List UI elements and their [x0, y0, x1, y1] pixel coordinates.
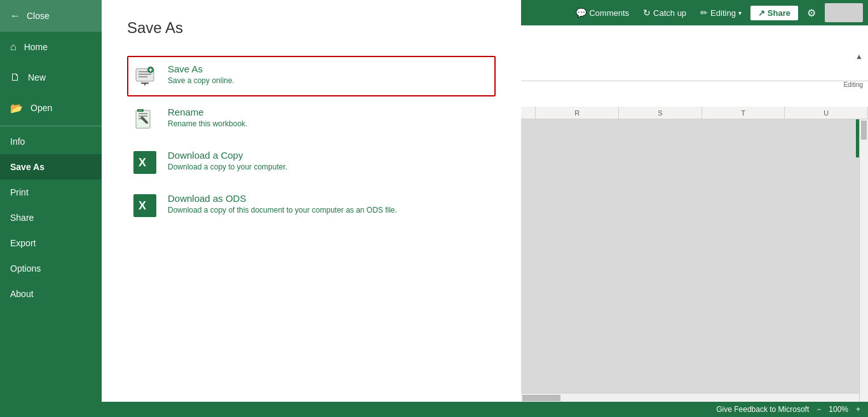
editing-button[interactable]: ✏ Editing ▾	[695, 5, 747, 20]
svg-rect-37	[139, 74, 151, 75]
svg-text:X: X	[139, 199, 146, 212]
download-copy-icon: X	[132, 150, 158, 175]
horizontal-scrollbar[interactable]	[521, 393, 859, 402]
sidebar-share-label: Share	[10, 213, 34, 223]
svg-text:X: X	[139, 156, 146, 169]
download-copy-name: Download a Copy	[168, 150, 491, 161]
download-copy-info: Download a Copy Download a copy to your …	[168, 150, 491, 171]
sidebar-options-label: Options	[10, 263, 41, 274]
download-ods-name: Download as ODS	[168, 193, 491, 204]
app-container: ← Close ⌂ Home 🗋 New 📂 Open Info Save As…	[0, 0, 868, 417]
sidebar-about-label: About	[10, 289, 34, 299]
sidebar-item-print[interactable]: Print	[0, 180, 102, 205]
vertical-scrollbar[interactable]	[859, 119, 868, 402]
sidebar-item-new[interactable]: 🗋 New	[0, 62, 102, 93]
active-cell-indicator	[856, 119, 859, 157]
save-as-main-icon	[132, 63, 158, 89]
svg-rect-46	[139, 116, 147, 117]
share-icon: ↗	[758, 8, 765, 18]
close-label: Close	[27, 11, 50, 21]
zoom-level: 100%	[829, 405, 848, 414]
zoom-minus[interactable]: −	[817, 405, 821, 414]
rename-name: Rename	[168, 107, 491, 117]
save-as-item-rename[interactable]: xlsx Rename Rename this workbook.	[127, 99, 496, 140]
zoom-plus[interactable]: +	[856, 405, 860, 414]
rename-info: Rename Rename this workbook.	[168, 107, 491, 128]
scroll-thumb[interactable]	[861, 121, 867, 140]
share-button[interactable]: ↗ Share	[750, 6, 798, 20]
sidebar-item-open[interactable]: 📂 Open	[0, 93, 102, 123]
sidebar-item-home[interactable]: ⌂ Home	[0, 32, 102, 62]
sidebar-open-label: Open	[31, 103, 52, 113]
sidebar-item-options[interactable]: Options	[0, 256, 102, 281]
back-arrow-icon: ←	[10, 10, 20, 22]
settings-button[interactable]: ⚙	[802, 4, 821, 22]
col-header-u: U	[785, 107, 868, 119]
share-label: Share	[768, 8, 790, 18]
svg-rect-40	[141, 83, 149, 84]
editing-group-label: Editing	[843, 81, 863, 88]
save-as-panel: Save As	[102, 0, 521, 417]
sidebar-info-label: Info	[10, 136, 25, 147]
save-as-main-name: Save As	[168, 63, 491, 74]
h-scroll-thumb[interactable]	[522, 395, 560, 401]
svg-text:xlsx: xlsx	[139, 109, 142, 112]
comments-icon: 💬	[576, 8, 587, 18]
excel-ods-icon: X	[133, 194, 156, 217]
sidebar-item-export[interactable]: Export	[0, 230, 102, 256]
comments-label: Comments	[589, 8, 629, 18]
save-as-item-download-ods[interactable]: X Download as ODS Download a copy of thi…	[127, 185, 496, 226]
sidebar-item-info[interactable]: Info	[0, 129, 102, 154]
collapse-ribbon-button[interactable]: ▲	[853, 51, 865, 62]
rename-desc: Rename this workbook.	[168, 119, 491, 128]
feedback-link[interactable]: Give Feedback to Microsoft	[716, 405, 809, 414]
save-as-item-main[interactable]: Save As Save a copy online.	[127, 56, 496, 96]
save-as-item-download-copy[interactable]: X Download a Copy Download a copy to you…	[127, 142, 496, 183]
status-bar: Give Feedback to Microsoft − 100% +	[0, 402, 868, 417]
new-icon: 🗋	[10, 72, 20, 83]
editing-dropdown-icon: ▾	[738, 10, 742, 17]
catchup-icon: ↻	[643, 8, 651, 18]
sidebar-home-label: Home	[24, 42, 48, 52]
sidebar-print-label: Print	[10, 187, 29, 197]
comments-button[interactable]: 💬 Comments	[571, 5, 634, 20]
gear-icon: ⚙	[807, 8, 816, 18]
download-copy-desc: Download a copy to your computer.	[168, 162, 491, 171]
save-as-main-desc: Save a copy online.	[168, 76, 491, 85]
home-icon: ⌂	[10, 41, 17, 53]
col-header-r: R	[536, 107, 619, 119]
col-header-s: S	[619, 107, 702, 119]
catchup-button[interactable]: ↻ Catch up	[638, 5, 691, 20]
sidebar-item-save-as[interactable]: Save As	[0, 154, 102, 180]
col-header-t: T	[702, 107, 785, 119]
sidebar-item-share[interactable]: Share	[0, 205, 102, 230]
sidebar-close-button[interactable]: ← Close	[0, 0, 102, 32]
rename-icon: xlsx	[132, 107, 158, 132]
sidebar-save-as-label: Save As	[10, 162, 44, 172]
editing-label: Editing	[710, 8, 736, 18]
collapse-icon: ▲	[855, 52, 863, 61]
sidebar-export-label: Export	[10, 238, 36, 248]
download-ods-desc: Download a copy of this document to your…	[168, 206, 491, 215]
sidebar: ← Close ⌂ Home 🗋 New 📂 Open Info Save As…	[0, 0, 102, 417]
catchup-label: Catch up	[653, 8, 686, 18]
main-content: 💬 Comments ↻ Catch up ✏ Editing ▾ ↗ Shar…	[102, 0, 868, 417]
sidebar-new-label: New	[28, 72, 46, 83]
sidebar-divider	[0, 126, 102, 126]
excel-icon: X	[133, 151, 156, 174]
sidebar-item-about[interactable]: About	[0, 281, 102, 307]
save-as-title: Save As	[127, 19, 496, 37]
download-ods-info: Download as ODS Download a copy of this …	[168, 193, 491, 215]
open-icon: 📂	[10, 102, 23, 114]
editing-pencil-icon: ✏	[700, 8, 708, 18]
spreadsheet-area[interactable]	[521, 119, 868, 402]
download-ods-icon: X	[132, 193, 158, 218]
profile-area[interactable]	[825, 3, 863, 22]
svg-rect-45	[139, 113, 147, 114]
svg-rect-38	[139, 76, 147, 77]
save-as-main-info: Save As Save a copy online.	[168, 63, 491, 85]
